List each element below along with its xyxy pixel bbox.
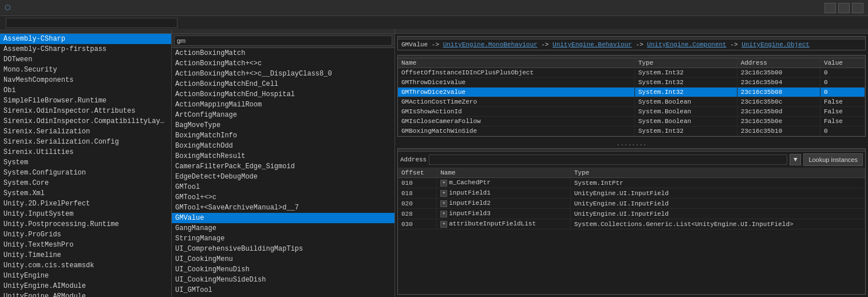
- static-fields-row[interactable]: GMIsCloseCameraFollowSystem.Boolean23c16…: [398, 117, 865, 126]
- fields-data-row[interactable]: 010+m_CachedPtrSystem.IntPtr: [398, 178, 865, 188]
- classes-list-item[interactable]: BagMoveType: [172, 120, 394, 130]
- images-list-item[interactable]: Sirenix.Utilities: [0, 147, 171, 157]
- static-fields-row[interactable]: OffsetOfInstanceIDInCPlusPlusObjectSyste…: [398, 68, 865, 78]
- fields-data-row[interactable]: 030+attributeInputFieldListSystem.Collec…: [398, 219, 865, 229]
- fields-data-row[interactable]: 018+inputField1UnityEngine.UI.InputField: [398, 188, 865, 199]
- classes-list-item[interactable]: ActionBoxingMatch+<>c: [172, 58, 394, 69]
- minimize-button[interactable]: [824, 3, 836, 13]
- classes-list-item[interactable]: ArtConfigManage: [172, 110, 394, 120]
- images-list-item[interactable]: Unity.com.cis.steamsdk: [0, 260, 171, 271]
- images-list-item[interactable]: System.Core: [0, 178, 171, 188]
- images-list-item[interactable]: UnityEngine.ARModule: [0, 291, 171, 297]
- static-fields-cell: 23c16c35b00: [737, 68, 820, 78]
- static-fields-row[interactable]: GMThrowDice1valueSystem.Int3223c16c35b04…: [398, 78, 865, 88]
- classes-list[interactable]: ActionBoxingMatchActionBoxingMatch+<>cAc…: [172, 48, 394, 297]
- classes-list-item[interactable]: UI_CookingMenu: [172, 254, 394, 264]
- classes-list-item[interactable]: GMTool+<SaveArchiveManual>d__7: [172, 203, 394, 213]
- maximize-button[interactable]: [838, 3, 850, 13]
- images-list-item[interactable]: Unity.Postprocessing.Runtime: [0, 219, 171, 229]
- inheritance-link[interactable]: UnityEngine.Component: [647, 41, 727, 48]
- static-fields-cell: 23c16c35b08: [737, 88, 820, 97]
- images-list-item[interactable]: Mono.Security: [0, 65, 171, 75]
- classes-list-item[interactable]: BoxingMatchOdd: [172, 141, 394, 151]
- images-list-item[interactable]: Assembly-CSharp-firstpass: [0, 44, 171, 54]
- field-name: attributeInputFieldList: [449, 220, 536, 227]
- classes-list-item[interactable]: UI_CookingMenuDish: [172, 264, 394, 275]
- images-list-item[interactable]: Obi: [0, 85, 171, 96]
- classes-list-item[interactable]: ActionMappingMailRoom: [172, 100, 394, 110]
- images-list-item[interactable]: System.Configuration: [0, 168, 171, 178]
- fields-data-row[interactable]: 020+inputField2UnityEngine.UI.InputField: [398, 199, 865, 209]
- address-dropdown-button[interactable]: ▼: [790, 154, 801, 165]
- images-list-item[interactable]: Unity.InputSystem: [0, 209, 171, 219]
- static-fields-cell: 23c16c35b0e: [737, 117, 820, 126]
- classes-list-item[interactable]: CameraFilterPack_Edge_Sigmoid: [172, 161, 394, 172]
- classes-list-item[interactable]: UI_GMTool: [172, 285, 394, 295]
- title-bar: ⬡: [0, 0, 868, 16]
- static-fields-section: NameTypeAddressValueOffsetOfInstanceIDIn…: [397, 55, 866, 137]
- images-list[interactable]: Assembly-CSharpAssembly-CSharp-firstpass…: [0, 34, 171, 297]
- inheritance-link[interactable]: UnityEngine.MonoBehaviour: [443, 41, 538, 48]
- fields-data-row[interactable]: 028+inputField3UnityEngine.UI.InputField: [398, 209, 865, 219]
- classes-list-item[interactable]: GMValue: [172, 213, 394, 223]
- inheritance-link[interactable]: UnityEngine.Object: [741, 41, 810, 48]
- fields-col-header: Name: [437, 168, 571, 178]
- classes-list-item[interactable]: UI_ComprehensiveBuildingMapTips: [172, 244, 394, 254]
- images-list-item[interactable]: UnityEngine: [0, 271, 171, 281]
- expand-button[interactable]: +: [440, 211, 447, 217]
- images-list-item[interactable]: Sirenix.OdinInspector.Attributes: [0, 106, 171, 116]
- images-list-item[interactable]: Unity.Timeline: [0, 250, 171, 260]
- static-fields-cell: 0: [820, 88, 865, 97]
- fields-data-table: OffsetNameType010+m_CachedPtrSystem.IntP…: [398, 168, 865, 229]
- classes-list-item[interactable]: GMTool+<>c: [172, 192, 394, 203]
- images-list-item[interactable]: System: [0, 157, 171, 168]
- lookup-instances-button[interactable]: Lookup instances: [803, 153, 863, 166]
- images-panel: Assembly-CSharpAssembly-CSharp-firstpass…: [0, 30, 172, 297]
- images-list-item[interactable]: DOTween: [0, 54, 171, 65]
- expand-button[interactable]: +: [440, 190, 447, 197]
- field-type: UnityEngine.UI.InputField: [574, 200, 669, 207]
- expand-button[interactable]: +: [440, 180, 447, 187]
- expand-button[interactable]: +: [440, 221, 447, 228]
- find-input[interactable]: [6, 18, 177, 28]
- classes-list-item[interactable]: GangManage: [172, 223, 394, 233]
- images-list-item[interactable]: Sirenix.OdinInspector.CompatibilityLayer: [0, 116, 171, 126]
- fields-table-container[interactable]: OffsetNameType010+m_CachedPtrSystem.IntP…: [398, 168, 865, 294]
- images-list-item[interactable]: NavMeshComponents: [0, 75, 171, 85]
- images-list-item[interactable]: Unity.ProGrids: [0, 229, 171, 240]
- classes-list-item[interactable]: UI_CookingMenuSideDish: [172, 275, 394, 285]
- classes-search-input[interactable]: [174, 35, 392, 46]
- static-fields-cell: GMThrowDice1value: [398, 78, 634, 88]
- images-list-item[interactable]: Unity.TextMeshPro: [0, 240, 171, 250]
- classes-list-item[interactable]: EdgeDetect+DebugMode: [172, 172, 394, 182]
- static-fields-cell: System.Int32: [634, 126, 737, 136]
- images-list-item[interactable]: UnityEngine.AIModule: [0, 281, 171, 291]
- static-fields-row[interactable]: GMThrowDice2valueSystem.Int3223c16c35b08…: [398, 88, 865, 97]
- static-fields-row[interactable]: GMActionCostTimeZeroSystem.Boolean23c16c…: [398, 97, 865, 107]
- images-list-item[interactable]: System.Xml: [0, 188, 171, 199]
- inheritance-link[interactable]: UnityEngine.Behaviour: [553, 41, 632, 48]
- classes-list-item[interactable]: ActionBoxingMatchEnd_Cell: [172, 79, 394, 89]
- close-button[interactable]: [852, 3, 863, 13]
- images-list-item[interactable]: Sirenix.Serialization: [0, 126, 171, 137]
- static-fields-row[interactable]: GMIsShowActionIdSystem.Boolean23c16c35b0…: [398, 107, 865, 117]
- field-type: UnityEngine.UI.InputField: [574, 190, 669, 197]
- classes-list-item[interactable]: ActionBoxingMatchEnd_Hospital: [172, 89, 394, 100]
- static-fields-row[interactable]: GMBoxingMatchWinSideSystem.Int3223c16c35…: [398, 126, 865, 136]
- expand-button[interactable]: +: [440, 200, 447, 207]
- classes-list-item[interactable]: BoxingMatchInfo: [172, 130, 394, 141]
- images-list-item[interactable]: Sirenix.Serialization.Config: [0, 137, 171, 147]
- fields-name-cell: +inputField3: [437, 209, 571, 219]
- address-input[interactable]: [429, 155, 787, 165]
- images-list-item[interactable]: SimpleFileBrowser.Runtime: [0, 96, 171, 106]
- images-panel-header: [0, 30, 171, 34]
- images-list-item[interactable]: Assembly-CSharp: [0, 34, 171, 44]
- classes-list-item[interactable]: GMTool: [172, 182, 394, 192]
- classes-list-item[interactable]: BoxingMatchResult: [172, 151, 394, 161]
- classes-list-item[interactable]: StringManage: [172, 233, 394, 244]
- static-fields-cell: 0: [820, 68, 865, 78]
- classes-list-item[interactable]: ActionBoxingMatch: [172, 48, 394, 58]
- images-list-item[interactable]: Unity.2D.PixelPerfect: [0, 199, 171, 209]
- classes-list-item[interactable]: ActionBoxingMatch+<>c__DisplayClass8_0: [172, 69, 394, 79]
- static-fields-cell: System.Boolean: [634, 107, 737, 117]
